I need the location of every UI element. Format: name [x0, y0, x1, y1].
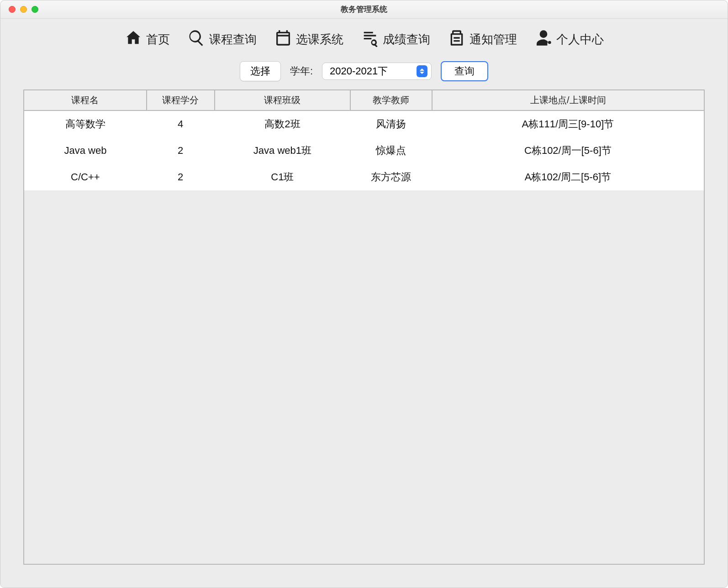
cell-class: C1班	[215, 164, 351, 190]
titlebar: 教务管理系统	[0, 0, 728, 19]
th-course-class[interactable]: 课程班级	[215, 90, 351, 110]
nav-personal-label: 个人中心	[556, 31, 604, 47]
calendar-icon	[274, 29, 292, 50]
nav-home[interactable]: 首页	[124, 29, 170, 50]
nav-course-query[interactable]: 课程查询	[187, 29, 257, 50]
th-course-teacher[interactable]: 教学教师	[350, 90, 432, 110]
cell-name: 高等数学	[24, 110, 147, 137]
course-table: 课程名 课程学分 课程班级 教学教师 上课地点/上课时间 高等数学4高数2班风清…	[24, 90, 704, 190]
cell-place_time: A栋102/周二[5-6]节	[432, 164, 704, 190]
cell-name: C/C++	[24, 164, 147, 190]
close-window-button[interactable]	[9, 6, 16, 13]
cell-class: Java web1班	[215, 137, 351, 164]
home-icon	[124, 29, 142, 50]
year-select[interactable]: 2020-2021下	[322, 63, 432, 80]
nav-course-query-label: 课程查询	[209, 31, 257, 47]
year-label: 学年:	[290, 64, 313, 78]
table-area: 课程名 课程学分 课程班级 教学教师 上课地点/上课时间 高等数学4高数2班风清…	[23, 89, 705, 565]
table-row[interactable]: Java web2Java web1班惊爆点C栋102/周一[5-6]节	[24, 137, 704, 164]
app-window: 教务管理系统 首页 课程查询 选课系统 成绩查询	[0, 0, 728, 588]
table-row[interactable]: 高等数学4高数2班风清扬A栋111/周三[9-10]节	[24, 110, 704, 137]
cell-teacher: 风清扬	[350, 110, 432, 137]
window-title: 教务管理系统	[0, 4, 728, 15]
clipboard-icon	[448, 29, 466, 50]
table-body: 高等数学4高数2班风清扬A栋111/周三[9-10]节Java web2Java…	[24, 110, 704, 190]
search-doc-icon	[187, 29, 206, 50]
cell-credit: 4	[147, 110, 215, 137]
nav-grade-query-label: 成绩查询	[383, 31, 430, 47]
cell-place_time: C栋102/周一[5-6]节	[432, 137, 704, 164]
table-row[interactable]: C/C++2C1班东方芯源A栋102/周二[5-6]节	[24, 164, 704, 190]
cell-place_time: A栋111/周三[9-10]节	[432, 110, 704, 137]
th-course-credit[interactable]: 课程学分	[147, 90, 215, 110]
cell-teacher: 惊爆点	[350, 137, 432, 164]
nav-notice-mgmt-label: 通知管理	[470, 31, 517, 47]
cell-credit: 2	[147, 164, 215, 190]
grade-icon	[361, 29, 379, 50]
main-toolbar: 首页 课程查询 选课系统 成绩查询 通知管理	[0, 19, 728, 57]
th-course-name[interactable]: 课程名	[24, 90, 147, 110]
user-icon	[534, 29, 553, 50]
cell-name: Java web	[24, 137, 147, 164]
query-button[interactable]: 查询	[441, 61, 488, 81]
select-stepper-icon	[417, 65, 427, 77]
year-select-value: 2020-2021下	[330, 64, 417, 78]
th-place-time[interactable]: 上课地点/上课时间	[432, 90, 704, 110]
cell-class: 高数2班	[215, 110, 351, 137]
window-controls	[0, 6, 38, 13]
nav-grade-query[interactable]: 成绩查询	[361, 29, 430, 50]
nav-course-select-label: 选课系统	[296, 31, 343, 47]
minimize-window-button[interactable]	[20, 6, 27, 13]
nav-home-label: 首页	[146, 31, 170, 47]
maximize-window-button[interactable]	[32, 6, 38, 13]
cell-teacher: 东方芯源	[350, 164, 432, 190]
cell-credit: 2	[147, 137, 215, 164]
nav-personal[interactable]: 个人中心	[534, 29, 604, 50]
table-header-row: 课程名 课程学分 课程班级 教学教师 上课地点/上课时间	[24, 90, 704, 110]
filter-bar: 选择 学年: 2020-2021下 查询	[0, 57, 728, 89]
nav-course-select[interactable]: 选课系统	[274, 29, 343, 50]
nav-notice-mgmt[interactable]: 通知管理	[448, 29, 517, 50]
choose-button[interactable]: 选择	[240, 61, 281, 81]
